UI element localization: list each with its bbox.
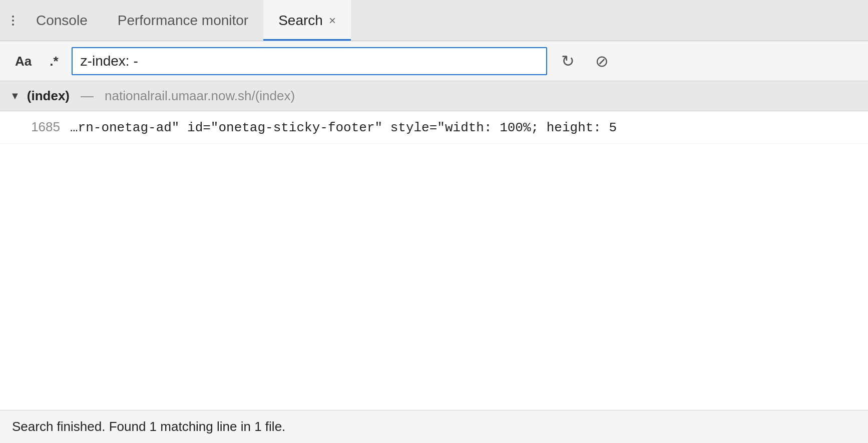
file-group-header[interactable]: ▼ (index) — nationalrail.umaar.now.sh/(i… (0, 81, 868, 111)
tab-console-label: Console (36, 13, 88, 29)
tab-search-label: Search (278, 13, 323, 29)
table-row[interactable]: 1685 …rn-onetag-ad" id="onetag-sticky-fo… (0, 111, 868, 144)
results-area: ▼ (index) — nationalrail.umaar.now.sh/(i… (0, 81, 868, 410)
file-separator: — (81, 88, 94, 104)
refresh-icon: ↻ (561, 52, 575, 71)
tab-bar: Console Performance monitor Search × (0, 0, 868, 41)
status-text: Search finished. Found 1 matching line i… (12, 419, 285, 434)
file-url: nationalrail.umaar.now.sh/(index) (105, 88, 295, 104)
search-input-wrapper (72, 47, 547, 75)
regex-button[interactable]: .* (45, 52, 63, 71)
case-sensitive-button[interactable]: Aa (10, 52, 37, 71)
clear-button[interactable]: ⊘ (589, 48, 615, 74)
tab-performance-monitor[interactable]: Performance monitor (103, 0, 263, 41)
result-code: …rn-onetag-ad" id="onetag-sticky-footer"… (70, 120, 617, 135)
file-name: (index) (27, 88, 70, 104)
search-toolbar: Aa .* ↻ ⊘ (0, 41, 868, 81)
chevron-icon: ▼ (10, 90, 20, 102)
tab-performance-monitor-label: Performance monitor (118, 13, 248, 29)
refresh-button[interactable]: ↻ (555, 48, 581, 74)
tab-search[interactable]: Search × (263, 0, 351, 41)
more-options-button[interactable] (5, 11, 21, 31)
line-number: 1685 (30, 119, 60, 135)
status-bar: Search finished. Found 1 matching line i… (0, 410, 868, 443)
clear-icon: ⊘ (595, 52, 609, 71)
search-input[interactable] (72, 47, 547, 75)
tab-close-icon[interactable]: × (329, 14, 336, 28)
tab-console[interactable]: Console (21, 0, 103, 41)
